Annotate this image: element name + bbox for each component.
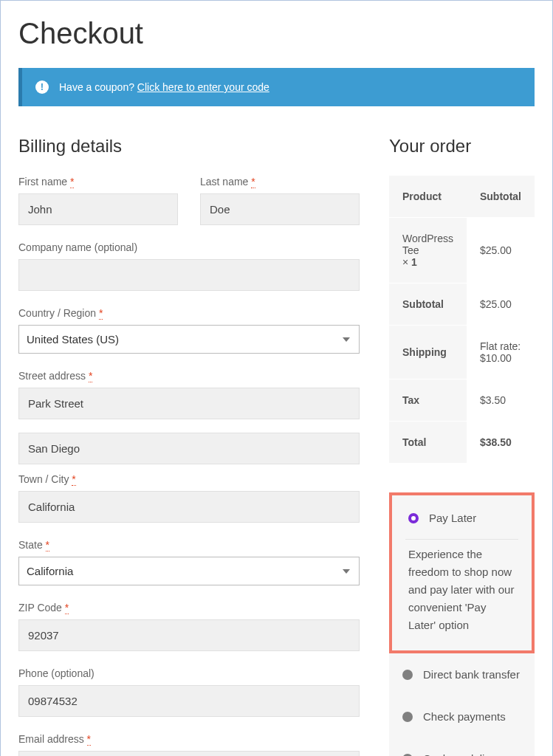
country-select[interactable]: United States (US) <box>18 325 360 354</box>
payment-label: Pay Later <box>429 512 476 524</box>
payment-label: Cash on delivery <box>423 752 506 756</box>
city-field-wrap: Town / City * <box>18 473 360 523</box>
required-mark: * <box>70 176 74 188</box>
payment-description: Experience the freedom to shop now and p… <box>405 539 518 634</box>
product-cell: WordPress Tee × 1 <box>389 218 467 284</box>
email-field-wrap: Email address * <box>18 733 360 756</box>
table-row-tax: Tax $3.50 <box>389 379 535 422</box>
country-label: Country / Region * <box>18 307 360 319</box>
payment-label: Direct bank transfer <box>423 668 520 681</box>
street1-input[interactable] <box>18 388 360 419</box>
street2-input[interactable] <box>18 433 360 464</box>
table-row: WordPress Tee × 1 $25.00 <box>389 218 535 284</box>
subtotal-value: $25.00 <box>467 284 535 326</box>
coupon-notice: ! Have a coupon? Click here to enter you… <box>18 68 535 106</box>
required-mark: * <box>46 539 49 551</box>
state-select[interactable]: California <box>18 557 360 585</box>
country-field-wrap: Country / Region * United States (US) <box>18 307 360 354</box>
radio-icon <box>402 670 413 680</box>
tax-value: $3.50 <box>467 379 535 422</box>
city-label: Town / City * <box>18 473 360 485</box>
payment-option-bank[interactable]: Direct bank transfer <box>389 653 535 695</box>
order-section: Your order Product Subtotal WordPress Te… <box>389 136 535 756</box>
table-row-shipping: Shipping Flat rate: $10.00 <box>389 326 535 379</box>
table-row-subtotal: Subtotal $25.00 <box>389 284 535 326</box>
company-field-wrap: Company name (optional) <box>18 241 360 291</box>
required-mark: * <box>251 176 255 188</box>
col-product: Product <box>389 176 467 218</box>
street-field-wrap: Street address * <box>18 370 360 464</box>
info-icon: ! <box>35 80 49 94</box>
billing-section: Billing details First name * Last name *… <box>18 136 360 756</box>
payment-option-check[interactable]: Check payments <box>389 695 535 738</box>
email-label: Email address * <box>18 733 360 745</box>
required-mark: * <box>87 733 91 746</box>
shipping-value: Flat rate: $10.00 <box>467 326 535 379</box>
required-mark: * <box>99 307 103 320</box>
radio-icon <box>402 712 413 722</box>
first-name-field-wrap: First name * <box>18 176 178 225</box>
payment-label: Check payments <box>423 710 506 723</box>
last-name-label: Last name * <box>200 176 360 188</box>
col-subtotal: Subtotal <box>467 176 535 218</box>
required-mark: * <box>89 370 92 382</box>
zip-field-wrap: ZIP Code * <box>18 602 360 651</box>
product-price-cell: $25.00 <box>467 218 535 284</box>
first-name-input[interactable] <box>18 193 178 225</box>
radio-icon <box>402 754 413 757</box>
payment-option-pay-later[interactable]: Pay Later <box>405 509 518 535</box>
payment-highlight: Pay Later Experience the freedom to shop… <box>389 492 535 653</box>
tax-label: Tax <box>389 379 467 422</box>
zip-input[interactable] <box>18 619 360 651</box>
radio-selected-icon <box>408 513 419 523</box>
required-mark: * <box>72 473 75 486</box>
last-name-field-wrap: Last name * <box>200 176 360 225</box>
order-table: Product Subtotal WordPress Tee × 1 $25.0… <box>389 176 535 463</box>
state-field-wrap: State * California <box>18 539 360 585</box>
state-label: State * <box>18 539 360 551</box>
total-value: $38.50 <box>467 422 535 464</box>
phone-input[interactable] <box>18 685 360 717</box>
page-title: Checkout <box>18 17 535 50</box>
payment-methods: Pay Later Experience the freedom to shop… <box>389 492 535 756</box>
email-input[interactable] <box>18 751 360 756</box>
subtotal-label: Subtotal <box>389 284 467 326</box>
company-label: Company name (optional) <box>18 241 360 253</box>
zip-label: ZIP Code * <box>18 602 360 614</box>
phone-field-wrap: Phone (optional) <box>18 667 360 717</box>
coupon-prompt: Have a coupon? <box>59 81 137 93</box>
billing-heading: Billing details <box>18 136 360 157</box>
payment-option-cod[interactable]: Cash on delivery <box>389 738 535 756</box>
table-row-total: Total $38.50 <box>389 422 535 464</box>
coupon-link[interactable]: Click here to enter your code <box>137 81 269 93</box>
city-input[interactable] <box>18 491 360 523</box>
last-name-input[interactable] <box>200 193 360 225</box>
total-label: Total <box>389 422 467 464</box>
required-mark: * <box>65 602 69 614</box>
company-input[interactable] <box>18 259 360 291</box>
street-label: Street address * <box>18 370 360 382</box>
first-name-label: First name * <box>18 176 178 188</box>
order-heading: Your order <box>389 136 535 157</box>
phone-label: Phone (optional) <box>18 667 360 679</box>
shipping-label: Shipping <box>389 326 467 379</box>
